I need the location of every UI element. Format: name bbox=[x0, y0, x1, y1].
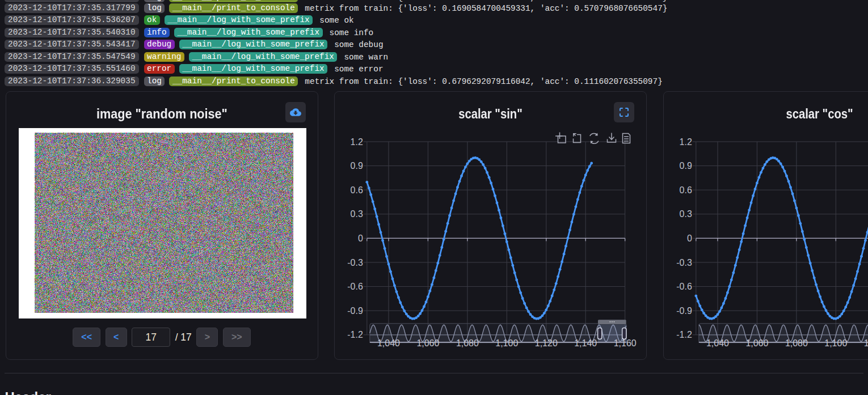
svg-text:0: 0 bbox=[686, 233, 692, 243]
svg-text:0.9: 0.9 bbox=[679, 161, 692, 171]
svg-text:-0.6: -0.6 bbox=[676, 282, 692, 291]
svg-text:1.2: 1.2 bbox=[679, 137, 692, 146]
svg-text:-1.2: -1.2 bbox=[347, 330, 363, 339]
svg-text:1.2: 1.2 bbox=[351, 137, 363, 146]
svg-text:1,080: 1,080 bbox=[456, 338, 479, 348]
svg-text:1,120: 1,120 bbox=[863, 338, 868, 348]
svg-text:1,080: 1,080 bbox=[785, 338, 807, 348]
svg-text:1,100: 1,100 bbox=[824, 338, 847, 348]
svg-text:1,060: 1,060 bbox=[745, 338, 768, 348]
svg-text:0.3: 0.3 bbox=[351, 209, 363, 219]
svg-text:-0.3: -0.3 bbox=[347, 257, 363, 267]
svg-text:1,160: 1,160 bbox=[614, 338, 637, 348]
svg-text:1,040: 1,040 bbox=[706, 338, 728, 348]
svg-text:-0.9: -0.9 bbox=[347, 305, 363, 315]
svg-text:1,100: 1,100 bbox=[495, 338, 518, 348]
svg-text:-0.3: -0.3 bbox=[676, 257, 692, 267]
svg-text:0.6: 0.6 bbox=[679, 185, 692, 194]
svg-text:-0.9: -0.9 bbox=[676, 305, 692, 315]
svg-text:-1.2: -1.2 bbox=[676, 330, 692, 339]
svg-text:1,120: 1,120 bbox=[535, 338, 558, 348]
svg-text:0.9: 0.9 bbox=[351, 161, 363, 171]
svg-text:0: 0 bbox=[358, 233, 363, 243]
svg-text:0.6: 0.6 bbox=[351, 185, 363, 194]
svg-text:-0.6: -0.6 bbox=[347, 282, 363, 291]
svg-text:0.3: 0.3 bbox=[679, 209, 692, 219]
svg-text:1,040: 1,040 bbox=[377, 338, 400, 348]
svg-text:1,140: 1,140 bbox=[574, 338, 597, 348]
svg-text:1,060: 1,060 bbox=[416, 338, 439, 348]
